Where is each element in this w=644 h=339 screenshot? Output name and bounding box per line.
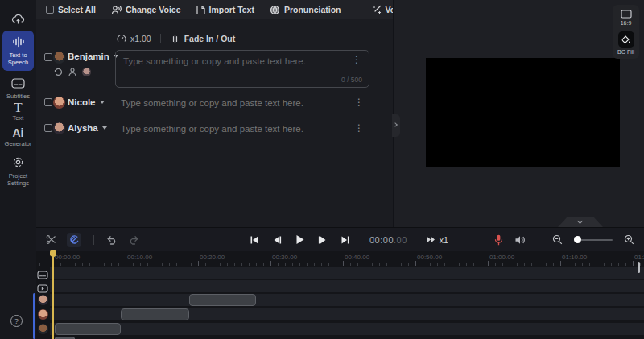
row-checkbox[interactable]	[44, 98, 52, 106]
bg-fill-button[interactable]: BG Fill	[617, 31, 634, 55]
voice-row-alysha: Alysha ⋮	[36, 122, 393, 138]
track-subtitle[interactable]	[50, 267, 644, 279]
row-checkbox[interactable]	[44, 124, 52, 132]
split-button[interactable]	[46, 234, 56, 245]
person-icon[interactable]	[68, 68, 76, 76]
previous-frame-button[interactable]	[272, 235, 282, 245]
chevron-right-icon	[393, 122, 398, 127]
record-voiceover-button[interactable]	[494, 234, 503, 246]
playback-speed-button[interactable]: x1	[427, 235, 448, 245]
speed-control[interactable]: x1.00	[117, 34, 151, 43]
timeline-ruler[interactable]: 00:00.0000:10.0000:20.0000:30.0000:40.00…	[36, 251, 644, 267]
change-voice-button[interactable]: Change Voice	[111, 5, 181, 15]
voice-name-dropdown[interactable]: Nicole	[68, 97, 105, 107]
speed-gauge-icon	[117, 34, 126, 43]
fade-in-out-button[interactable]: Fade In / Out	[170, 34, 236, 43]
pronunciation-icon	[270, 5, 280, 15]
zoom-slider-knob[interactable]	[574, 236, 581, 243]
row-checkbox[interactable]	[44, 53, 52, 61]
playback-speed-value: x1	[440, 235, 448, 245]
sidebar-item-label: Text to Speech	[2, 52, 34, 66]
ruler-label: 01:00.00	[489, 254, 514, 261]
ruler-major-tick	[343, 261, 344, 266]
fade-label: Fade In / Out	[184, 34, 236, 43]
mute-button[interactable]	[514, 235, 526, 245]
text-icon: T	[0, 101, 36, 114]
tts-text-input[interactable]	[121, 124, 338, 134]
sidebar-item-project-settings[interactable]: Project Settings	[0, 156, 36, 187]
sidebar-item-label: Text	[0, 115, 36, 122]
import-text-button[interactable]: Import Text	[196, 5, 254, 15]
ruler-label: 00:10.00	[127, 254, 152, 261]
track-selection-accent	[33, 293, 35, 339]
skip-start-icon	[250, 235, 259, 245]
skip-to-end-button[interactable]	[341, 235, 350, 245]
voice-name: Benjamin	[68, 52, 109, 61]
timeline-collapse-handle[interactable]	[558, 217, 603, 227]
divider	[539, 234, 539, 246]
gear-icon	[12, 156, 24, 168]
benjamin-track-avatar	[38, 324, 48, 334]
fast-forward-icon	[427, 236, 436, 243]
select-all-label: Select All	[58, 5, 96, 14]
skip-to-start-button[interactable]	[250, 235, 259, 245]
ruler-major-tick	[415, 261, 416, 266]
timecode-display: 00:00.00	[369, 235, 407, 245]
sidebar: Media Text to Speech Subtitles T Text Ai…	[0, 0, 36, 339]
undo-button[interactable]	[106, 235, 118, 245]
sidebar-item-ai-generator[interactable]: Ai Generator	[0, 127, 36, 148]
pronunciation-button[interactable]: Pronunciation	[270, 5, 341, 15]
voice-name-dropdown[interactable]: Alysha	[68, 123, 107, 133]
help-button[interactable]: ?	[10, 315, 23, 327]
ruler-label: 01:10.00	[562, 254, 587, 261]
track-video[interactable]	[50, 280, 644, 292]
timecode-frames: .00	[394, 235, 407, 245]
microphone-icon	[494, 234, 503, 246]
zoom-out-button[interactable]	[552, 234, 563, 245]
edit-tools-group	[46, 228, 139, 251]
timeline-clip[interactable]	[189, 294, 256, 306]
sidebar-item-subtitles[interactable]: Subtitles	[0, 77, 36, 101]
aspect-ratio-button[interactable]: 16:9	[621, 10, 632, 26]
select-all-checkbox[interactable]	[46, 6, 54, 14]
timeline-toolbar: 00:00.00 x1	[36, 228, 644, 251]
sidebar-item-text[interactable]: T Text	[0, 101, 36, 122]
tts-text-input[interactable]	[121, 98, 338, 108]
voice-sample-avatar[interactable]	[82, 68, 91, 76]
redo-button[interactable]	[128, 235, 139, 245]
tts-editor-panel: Select All Change Voice Import Text Pron…	[36, 0, 393, 227]
select-all-control[interactable]: Select All	[46, 5, 96, 14]
zoom-in-button[interactable]	[624, 234, 634, 245]
panel-expand-handle[interactable]	[392, 114, 400, 137]
redo-icon	[128, 235, 139, 245]
next-frame-button[interactable]	[318, 235, 328, 245]
chevron-down-icon	[100, 101, 105, 104]
tts-text-input[interactable]	[116, 51, 369, 87]
timeline-zoom-slider[interactable]	[574, 239, 613, 241]
auto-edit-button[interactable]	[67, 233, 81, 247]
char-counter: 0 / 500	[341, 76, 362, 84]
sidebar-item-text-to-speech[interactable]: Text to Speech	[2, 31, 34, 71]
voice-row-nicole: Nicole ⋮	[36, 97, 393, 113]
row-menu-icon[interactable]: ⋮	[354, 124, 364, 132]
timeline-clip[interactable]	[55, 323, 121, 335]
history-icon[interactable]	[54, 68, 63, 76]
subtitle-track-icon	[37, 268, 48, 283]
track-voice-alysha[interactable]	[50, 294, 644, 306]
timeline-scroll-indicator[interactable]	[638, 262, 640, 273]
aspect-ratio-label: 16:9	[621, 20, 632, 26]
tts-waveform-icon	[11, 36, 26, 48]
alysha-track-avatar	[38, 295, 48, 305]
video-preview[interactable]	[426, 58, 620, 167]
monitor-icon	[621, 10, 632, 19]
track-voice-benjamin[interactable]	[50, 323, 644, 335]
row-menu-icon[interactable]: ⋮	[354, 98, 364, 106]
avatar	[53, 122, 65, 134]
sidebar-item-label: Project Settings	[0, 173, 36, 187]
voice-name-dropdown[interactable]: Benjamin	[68, 52, 118, 61]
row-menu-icon[interactable]: ⋮	[352, 56, 361, 64]
timeline-clip[interactable]	[121, 308, 189, 320]
play-icon	[295, 234, 305, 245]
import-text-icon	[196, 5, 205, 15]
play-button[interactable]	[295, 234, 305, 245]
